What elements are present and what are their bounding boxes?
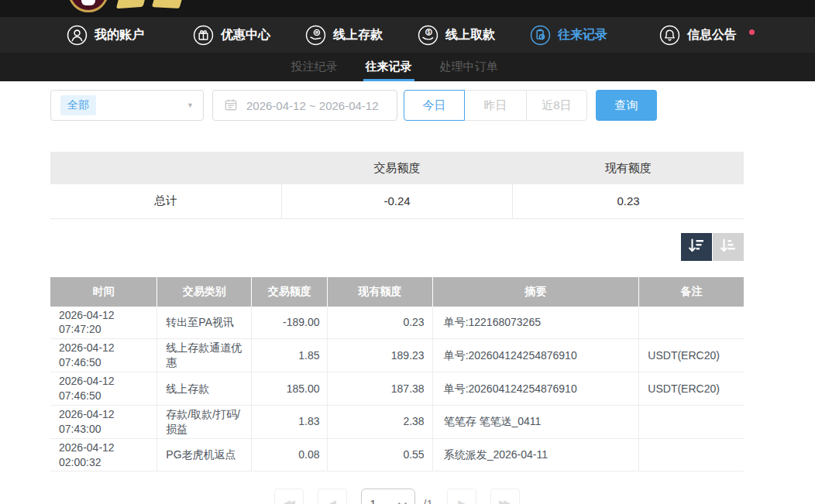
yesterday-button[interactable]: 昨日: [465, 90, 526, 121]
pagination: ◀◀ ◀ 1 /1 ▶ ▶▶: [50, 489, 744, 504]
tab-label: 投注纪录: [291, 60, 338, 74]
first-page-button[interactable]: ◀◀: [274, 489, 304, 504]
date-range-input[interactable]: 2026-04-12 ~ 2026-04-12: [212, 90, 397, 121]
main-nav: 我的账户 优惠中心 线上存款: [0, 17, 815, 53]
cell-type: PG老虎机返点: [157, 438, 252, 471]
sort-descending-button[interactable]: [681, 233, 712, 261]
total-pages-label: /1: [423, 497, 433, 504]
nav-item-transaction-records[interactable]: 往来记录: [530, 25, 607, 46]
nav-label: 我的账户: [95, 27, 144, 43]
nav-label: 往来记录: [558, 27, 607, 43]
search-button[interactable]: 查询: [596, 90, 657, 121]
cell-remark: USDT(ERC20): [639, 372, 744, 406]
type-filter-dropdown[interactable]: 全部 ▼: [50, 90, 204, 121]
summary-total-row: 总计 -0.24 0.23: [50, 184, 744, 218]
gift-icon: [193, 25, 214, 46]
svg-text:$: $: [428, 29, 431, 35]
nav-label: 优惠中心: [221, 27, 270, 43]
summary-header-transaction: 交易额度: [281, 152, 512, 184]
cell-transaction-amount: 1.83: [252, 405, 328, 438]
cell-time: 2026-04-12 07:46:50: [50, 372, 157, 406]
cell-current-amount: 0.23: [328, 307, 432, 339]
col-header-remark: 备注: [639, 277, 744, 307]
user-icon: [67, 25, 88, 46]
cell-remark: [639, 438, 744, 471]
today-button[interactable]: 今日: [404, 90, 465, 121]
bell-icon: [659, 25, 680, 46]
cell-time: 2026-04-12 07:46:50: [50, 339, 157, 372]
col-header-type: 交易类别: [157, 277, 252, 307]
cell-type: 线上存款: [157, 372, 252, 406]
cell-transaction-amount: -189.00: [252, 307, 328, 339]
nav-item-promotions[interactable]: 优惠中心: [193, 25, 270, 46]
cell-remark: [639, 307, 744, 339]
table-row: 2026-04-12 07:46:50 线上存款 185.00 187.38 单…: [50, 372, 744, 406]
nav-item-announcements[interactable]: 信息公告: [659, 25, 744, 46]
cell-time: 2026-04-12 07:47:20: [50, 307, 157, 339]
col-header-summary: 摘要: [432, 277, 639, 307]
content-area: 全部 ▼ 2026-04-12 ~ 2026-04-12: [0, 90, 815, 504]
sort-ascending-button[interactable]: [713, 233, 744, 261]
arrow-right-icon: ▶: [458, 498, 463, 504]
table-row: 2026-04-12 07:47:20 转出至PA视讯 -189.00 0.23…: [50, 307, 744, 339]
summary-total-transaction: -0.24: [281, 184, 512, 218]
logo-wordmark: [118, 0, 184, 12]
cell-type: 存款/取款/打码/损益: [157, 405, 252, 438]
summary-total-current: 0.23: [513, 184, 744, 218]
last-8-days-button[interactable]: 近8日: [526, 90, 587, 121]
cell-type: 线上存款通道优惠: [157, 339, 252, 372]
cell-summary: 单号:122168073265: [432, 307, 639, 339]
button-label: 查询: [615, 98, 638, 113]
cell-current-amount: 189.23: [328, 339, 432, 372]
cell-current-amount: 0.55: [328, 438, 432, 471]
quick-date-group: 今日 昨日 近8日: [404, 90, 587, 121]
tab-betting-records[interactable]: 投注纪录: [291, 53, 338, 81]
cell-summary: 系统派发_2026-04-11: [432, 438, 639, 471]
date-range-value: 2026-04-12 ~ 2026-04-12: [246, 99, 379, 112]
site-logo[interactable]: [68, 0, 108, 12]
page-select[interactable]: 1: [361, 489, 415, 504]
cell-transaction-amount: 185.00: [252, 372, 328, 406]
sort-controls: [50, 233, 744, 261]
cell-summary: 单号:202604124254876910: [432, 339, 639, 372]
summary-header-empty: [50, 152, 281, 184]
cell-current-amount: 187.38: [328, 372, 432, 406]
top-bar: [0, 0, 815, 17]
previous-page-button[interactable]: ◀: [318, 489, 347, 504]
records-table: 时间 交易类别 交易额度 现有额度 摘要 备注 2026-04-12 07:47…: [50, 277, 744, 472]
button-label: 近8日: [542, 98, 571, 113]
nav-item-online-withdrawal[interactable]: $ 线上取款: [418, 25, 495, 46]
col-header-transaction-amount: 交易额度: [252, 277, 328, 307]
sub-nav: 投注纪录 往来记录 处理中订单: [0, 53, 815, 81]
cell-remark: [639, 405, 744, 438]
selected-type-tag: 全部: [60, 95, 96, 115]
nav-label: 线上存款: [333, 27, 383, 43]
screen: 我的账户 优惠中心 线上存款: [0, 0, 815, 504]
cell-remark: USDT(ERC20): [639, 339, 744, 372]
nav-item-online-deposit[interactable]: 线上存款: [305, 25, 383, 46]
tab-processing-orders[interactable]: 处理中订单: [440, 53, 498, 81]
last-page-button[interactable]: ▶▶: [490, 489, 520, 504]
withdraw-icon: $: [418, 25, 438, 46]
nav-label: 信息公告: [687, 27, 737, 43]
cell-type: 转出至PA视讯: [157, 307, 252, 339]
arrow-left-icon: ◀: [329, 498, 334, 504]
table-row: 2026-04-12 07:43:00 存款/取款/打码/损益 1.83 2.3…: [50, 405, 744, 438]
chevron-down-icon: [398, 497, 407, 504]
nav-item-my-account[interactable]: 我的账户: [67, 25, 144, 46]
cell-time: 2026-04-12 02:00:32: [50, 438, 157, 471]
double-arrow-left-icon: ◀◀: [284, 498, 293, 504]
double-arrow-right-icon: ▶▶: [499, 498, 508, 504]
next-page-button[interactable]: ▶: [447, 489, 476, 504]
page-select-value: 1: [370, 497, 376, 504]
tab-transaction-records[interactable]: 往来记录: [366, 53, 412, 81]
sort-descending-icon: [688, 238, 706, 256]
tab-label: 处理中订单: [440, 60, 498, 74]
cell-current-amount: 2.38: [328, 405, 432, 438]
cell-transaction-amount: 0.08: [252, 438, 328, 471]
col-header-current-amount: 现有额度: [328, 277, 432, 307]
button-label: 昨日: [484, 98, 507, 113]
cell-transaction-amount: 1.85: [252, 339, 328, 372]
cell-summary: 笔笔存 笔笔送_0411: [432, 405, 639, 438]
deposit-icon: [305, 25, 326, 46]
